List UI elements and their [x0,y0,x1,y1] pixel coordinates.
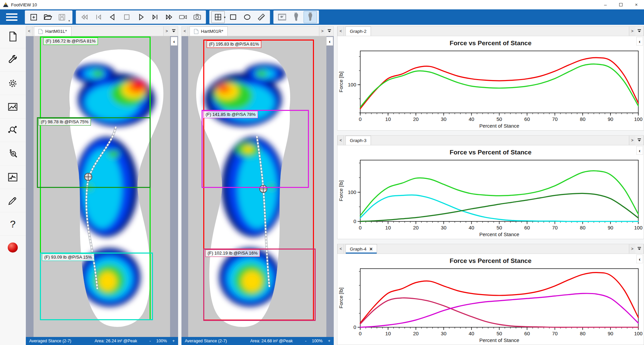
zoom-in-button[interactable]: + [328,339,330,343]
sidebar-item-record[interactable] [0,236,25,259]
sidebar-item-images[interactable] [0,95,25,119]
open-button[interactable] [41,11,54,23]
tab-list-icon [327,29,331,33]
rectangle-tool-button[interactable] [226,11,240,23]
zoom-out-button[interactable]: - [150,339,151,343]
snapshot-button[interactable] [191,11,204,23]
tab-scroll-left-button[interactable]: < [338,26,344,36]
sidebar-item-edit[interactable] [0,189,25,212]
record-icon [8,243,18,253]
sidebar-item-zoom-analyze[interactable] [0,119,25,142]
svg-text:70: 70 [552,116,558,122]
menu-button[interactable] [2,9,21,25]
graph-3-tabbar: < Graph-3 > [337,135,644,145]
tab-list-button[interactable] [635,244,643,254]
stop-button[interactable] [120,11,133,23]
force-chart: 0102030405060708090100Percent of Stance0… [337,157,644,239]
tab-list-button[interactable] [170,26,178,36]
tab-scroll-right-button[interactable]: > [629,136,635,145]
step-back-button[interactable] [106,11,119,23]
sidebar-item-document[interactable] [0,25,25,48]
new-trial-button[interactable] [27,11,40,23]
tab-list-button[interactable] [635,26,643,36]
tab-scroll-right-button[interactable]: > [629,244,635,254]
ruler-tool-button[interactable] [255,11,268,23]
annotate-toolbar-group: ▾ [209,10,270,24]
left-foot-heatmap: (F) 166.72 lb @P/SA 81% (F) 98.78 lb @P/… [26,36,178,337]
sidebar-item-tools[interactable] [0,48,25,72]
tab-scroll-left-button[interactable]: < [338,244,344,254]
tab-label: Graph-3 [350,138,367,143]
close-button[interactable]: × [629,0,644,9]
title-bar: FootVIEW 10 – × [0,0,644,9]
sidebar-item-help[interactable]: ? [0,212,25,236]
rewind-button[interactable] [78,11,91,23]
region-label-forefoot: (F) 98.78 lb @P/SA 75% [39,118,91,126]
pressure-movie-button[interactable] [275,11,289,23]
panel-collapse-button[interactable]: ‹ [636,37,643,46]
svg-text:80: 80 [580,331,586,336]
sidebar-item-subject-analyze[interactable] [0,142,25,165]
svg-text:90: 90 [608,116,613,122]
region-forefoot[interactable] [37,117,151,188]
tab-hartm01r[interactable]: HartM01R* [190,26,228,36]
svg-text:40: 40 [469,116,474,122]
fast-forward-button[interactable] [162,11,176,23]
region-forefoot[interactable] [202,110,309,188]
svg-text:80: 80 [580,225,586,230]
right-foot-statusbar: Averaged Stance (2-7) Area: 24.68 in² @P… [181,337,334,345]
tab-scroll-right-button[interactable]: > [319,26,325,36]
panel-collapse-button[interactable]: ‹ [171,37,177,46]
maximize-button[interactable] [613,0,629,9]
minimize-button[interactable]: – [598,0,613,9]
zoom-in-button[interactable]: + [172,339,175,343]
tab-list-button[interactable] [635,136,643,145]
play-icon [136,12,146,22]
play-button[interactable] [134,11,148,23]
svg-text:60: 60 [524,225,530,230]
save-button[interactable] [55,11,68,23]
left-foot-view-button[interactable] [304,11,317,23]
grid-tool-button[interactable] [211,11,225,23]
tab-graph-3[interactable]: Graph-3 [345,136,371,145]
force-chart: 0102030405060708090100Percent of Stance1… [337,48,644,130]
step-last-button[interactable] [148,11,162,23]
sidebar-item-settings[interactable] [0,72,25,95]
svg-text:0: 0 [354,324,356,330]
tab-hartm01l[interactable]: HartM01L* [34,26,71,36]
svg-text:Percent of Stance: Percent of Stance [479,123,519,129]
tab-scroll-right-button[interactable]: > [629,26,635,36]
zoom-out-button[interactable]: - [305,339,307,343]
region-heel[interactable] [40,253,153,320]
chart-title: Force vs Percent of Stance [337,254,644,266]
tab-graph-4[interactable]: Graph-4 × [345,244,377,254]
ellipse-tool-button[interactable] [240,11,254,23]
playback-toolbar-group [76,10,206,24]
right-foot-view-button[interactable] [289,11,303,23]
left-foot-icon [306,12,314,22]
svg-text:60: 60 [524,116,530,122]
panel-collapse-button[interactable]: ‹ [326,37,333,46]
tab-scroll-left-button[interactable]: < [26,26,33,36]
panel-collapse-button[interactable]: ‹ [636,255,643,263]
file-toolbar-group: ▾ [25,10,72,24]
svg-text:100: 100 [348,189,356,195]
graph-2-tabbar: < Graph-2 > [337,26,644,36]
views-toolbar-group [273,10,319,24]
panel-collapse-button[interactable]: ‹ [636,146,643,155]
tab-label: Graph-4 [350,247,367,252]
record-video-button[interactable] [176,11,190,23]
step-first-button[interactable] [92,11,105,23]
tab-close-icon[interactable]: × [370,246,373,252]
region-heel[interactable] [203,249,316,321]
tab-graph-2[interactable]: Graph-2 [345,26,371,36]
sidebar-item-graphs[interactable] [0,165,25,189]
file-group-caret-icon[interactable]: ▾ [68,19,70,22]
tab-scroll-left-button[interactable]: < [338,136,344,145]
grid-dropdown-caret-icon[interactable]: ▾ [224,15,226,19]
tab-list-button[interactable] [325,26,333,36]
stance-mode-label: Averaged Stance (2-7) [29,339,95,343]
tab-scroll-right-button[interactable]: > [163,26,170,36]
svg-text:80: 80 [580,116,586,122]
tab-scroll-left-button[interactable]: < [182,26,188,36]
